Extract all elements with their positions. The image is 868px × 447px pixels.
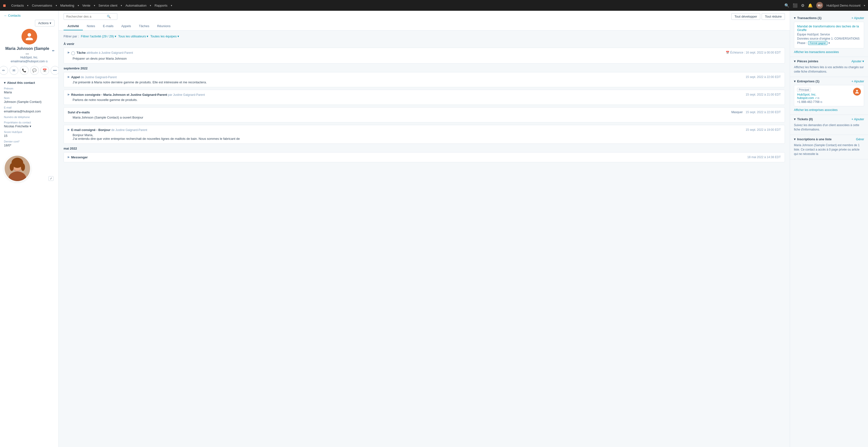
last-contact-label: Dernier cont* bbox=[4, 140, 55, 143]
pieces-jointes-add-button[interactable]: Ajouter ▾ bbox=[851, 59, 864, 63]
collapse-all-button[interactable]: Tout réduire bbox=[762, 13, 785, 20]
tickets-header[interactable]: ▾ Tickets (0) + Ajouter bbox=[794, 115, 864, 123]
tab-emails[interactable]: E-mails bbox=[99, 22, 117, 30]
external-link-icon: ↗ bbox=[815, 97, 817, 99]
search-icon[interactable]: 🔍 bbox=[784, 3, 789, 8]
appel-date: 15 sept. 2022 à 22:00 EDT bbox=[746, 75, 781, 79]
appel-expand-icon[interactable]: ▶ bbox=[68, 75, 70, 78]
nav-automatisation[interactable]: Automatisation bbox=[123, 0, 149, 11]
email-value: emailmaria@hubspot.com bbox=[4, 109, 55, 113]
expand-collapse-buttons: Tout développer Tout réduire bbox=[731, 13, 785, 20]
contact-header: Maria Johnson (Sample ... ✏ HubSpot, Inc… bbox=[0, 29, 58, 78]
pieces-jointes-section: ▾ Pièces jointes Ajouter ▾ Affichez les … bbox=[790, 57, 868, 77]
back-to-contacts[interactable]: ← Contacts bbox=[0, 11, 58, 19]
nav-vente[interactable]: Vente bbox=[80, 0, 93, 11]
tab-taches[interactable]: Tâches bbox=[135, 22, 153, 30]
manage-inscriptions-link[interactable]: Gérer bbox=[856, 137, 864, 141]
reunion-card-header: ▶ Réunion consignée - Maria Johnson et J… bbox=[68, 93, 781, 97]
transactions-add-button[interactable]: + Ajouter bbox=[851, 16, 864, 20]
pieces-jointes-collapse-icon: ▾ bbox=[794, 59, 796, 63]
actions-dropdown-icon: ▾ bbox=[50, 21, 51, 25]
write-note-button[interactable]: ✏ bbox=[0, 66, 8, 75]
activity-filter-button[interactable]: Filtrer l'activité (29 / 29) ▾ bbox=[81, 34, 116, 38]
message-button[interactable]: 💬 bbox=[30, 66, 39, 75]
tickets-title: ▾ Tickets (0) bbox=[794, 117, 813, 121]
tickets-add-button[interactable]: + Ajouter bbox=[851, 117, 864, 121]
view-transactions-link[interactable]: Afficher les transactions associées bbox=[794, 50, 864, 54]
email-logged-body: Bonjour Maria, J'ai entendu dire que vot… bbox=[68, 133, 781, 140]
account-name[interactable]: HubSpot Demo Account bbox=[827, 4, 861, 7]
svg-point-4 bbox=[10, 163, 14, 171]
contact-email: emailmaria@hubspot.com ⧉ bbox=[11, 60, 48, 63]
owner-dropdown-icon: ▾ bbox=[30, 124, 31, 128]
apps-icon[interactable]: ⬛ bbox=[793, 3, 798, 8]
task-title: ▶ Tâche attribuée à Justine Gaignard-Par… bbox=[68, 51, 724, 55]
tickets-section: ▾ Tickets (0) + Ajouter Suivez les deman… bbox=[790, 115, 868, 135]
owner-value: Nicolas Fréchette ▾ bbox=[4, 124, 55, 128]
pieces-jointes-header[interactable]: ▾ Pièces jointes Ajouter ▾ bbox=[794, 57, 864, 65]
email-logged-header: ▶ E-mail consigné - Bonjour de Justine G… bbox=[68, 128, 781, 132]
svg-point-5 bbox=[21, 163, 25, 171]
copy-email-icon[interactable]: ⧉ bbox=[46, 60, 48, 63]
content-header: 🔍 Tout développer Tout réduire Activité … bbox=[59, 11, 790, 31]
notifications-icon[interactable]: 🔔 bbox=[808, 3, 813, 8]
search-input[interactable] bbox=[66, 15, 105, 18]
email-tracking-header: Suivi d'e-mails Masquer 15 sept. 2022 à … bbox=[68, 110, 781, 114]
tickets-description: Suivez les demandes d'un client associée… bbox=[794, 123, 864, 132]
task-expand-icon[interactable]: ▶ bbox=[68, 51, 70, 54]
actions-button[interactable]: Actions ▾ bbox=[35, 20, 55, 26]
settings-icon[interactable]: ⚙ bbox=[801, 3, 804, 8]
account-dropdown-icon: ▾ bbox=[864, 4, 865, 7]
nav-rapports[interactable]: Rapports bbox=[152, 0, 170, 11]
nav-contacts[interactable]: Contacts bbox=[9, 0, 26, 11]
tab-reunions[interactable]: Réunions bbox=[153, 22, 175, 30]
messenger-expand-icon[interactable]: ▶ bbox=[68, 155, 70, 159]
copy-url-icon[interactable]: ⧉ bbox=[817, 97, 819, 100]
appel-title: ▶ Appel de Justine Gaignard-Parent bbox=[68, 75, 744, 79]
task-type-label: Tâche bbox=[76, 51, 86, 55]
phone-label: Numéro de téléphone bbox=[4, 116, 55, 119]
about-section: ▾ About this contact Prénom Maria Nom Jo… bbox=[0, 78, 58, 150]
more-actions-button[interactable]: ••• bbox=[51, 66, 59, 75]
users-filter-dropdown-icon: ▾ bbox=[147, 34, 148, 38]
nav-marketing[interactable]: Marketing bbox=[58, 0, 77, 11]
entreprises-header[interactable]: ▾ Entreprises (1) + Ajouter bbox=[794, 77, 864, 85]
schedule-button[interactable]: 📅 bbox=[40, 66, 49, 75]
activity-tabs: Activité Notes E-mails Appels Tâches Réu… bbox=[64, 22, 785, 30]
email-logged-expand-icon[interactable]: ▶ bbox=[68, 128, 70, 131]
avatar[interactable]: MJ bbox=[816, 2, 823, 9]
masquer-button[interactable]: Masquer bbox=[731, 110, 743, 114]
email-logged-meta: de Justine Gaignard-Parent bbox=[111, 128, 147, 132]
copy-phone-icon[interactable]: ⧉ bbox=[820, 100, 822, 104]
nav-service-client[interactable]: Service client bbox=[96, 0, 120, 11]
score-value: 15 bbox=[4, 134, 55, 137]
search-expand-row: 🔍 Tout développer Tout réduire bbox=[64, 13, 785, 20]
transactions-title: ▾ Transactions (1) bbox=[794, 16, 822, 20]
view-companies-link[interactable]: Afficher les entreprises associées bbox=[794, 108, 864, 112]
deal-name[interactable]: Mandat de transformations des taches de … bbox=[797, 25, 861, 32]
deal-team: Équipe HubSpot: Service bbox=[797, 33, 861, 36]
teams-filter-dropdown-icon: ▾ bbox=[178, 34, 179, 38]
nav-conversations[interactable]: Conversations bbox=[29, 0, 55, 11]
company-url[interactable]: hubspot.com ↗ ⧉ bbox=[797, 96, 850, 100]
tab-appels[interactable]: Appels bbox=[117, 22, 135, 30]
expand-photo-button[interactable]: ⤢ bbox=[49, 176, 54, 181]
teams-filter-button[interactable]: Toutes les équipes ▾ bbox=[150, 34, 179, 38]
reunion-expand-icon[interactable]: ▶ bbox=[68, 93, 70, 96]
company-logo bbox=[853, 88, 861, 96]
activity-reunion-card: ▶ Réunion consignée - Maria Johnson et J… bbox=[64, 90, 785, 105]
entreprises-add-button[interactable]: + Ajouter bbox=[851, 79, 864, 83]
users-filter-button[interactable]: Tous les utilisateurs ▾ bbox=[118, 34, 148, 38]
about-section-header[interactable]: ▾ About this contact bbox=[4, 81, 55, 85]
edit-contact-icon[interactable]: ✏ bbox=[52, 49, 55, 53]
tab-activite[interactable]: Activité bbox=[64, 22, 83, 30]
company-name[interactable]: HubSpot, Inc. bbox=[797, 93, 850, 96]
tab-notes[interactable]: Notes bbox=[83, 22, 99, 30]
transactions-header[interactable]: ▾ Transactions (1) + Ajouter bbox=[794, 14, 864, 22]
email-logged-type-label: E-mail consigné - Bonjour bbox=[71, 128, 111, 132]
expand-all-button[interactable]: Tout développer bbox=[731, 13, 761, 20]
call-button[interactable]: 📞 bbox=[20, 66, 29, 75]
inscriptions-header[interactable]: ▾ Inscriptions à une liste Gérer bbox=[794, 135, 864, 143]
task-checkbox[interactable] bbox=[71, 51, 75, 55]
send-email-button[interactable]: ✉ bbox=[9, 66, 18, 75]
